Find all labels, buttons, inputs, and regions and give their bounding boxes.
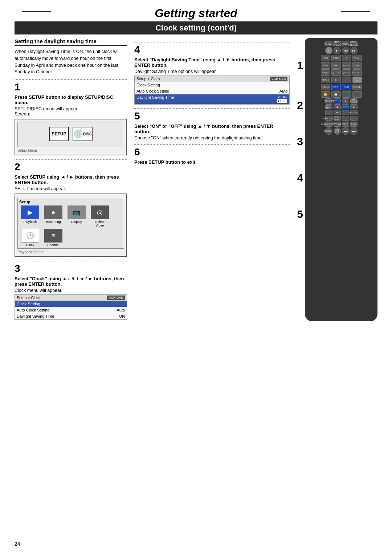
left-btn: ◀ <box>334 104 341 109</box>
remote-control: POWER REC SPEED AUDIO OPEN CLOSE ● ▶ ◀◀ … <box>305 38 377 321</box>
side-step-5: 5 <box>297 209 303 220</box>
setup-menu-inner: Setup ▶ Playback ● Recording 📺 Display <box>17 198 124 249</box>
top-menu-btn: TOP MENU <box>334 116 341 121</box>
clock-menu-table-4: Setup > Clock VCR DVD Clock Setting Auto… <box>134 76 290 105</box>
step-3-instr-bold: Select "Clock" using ▲ / ▼ / ◄ / ► butto… <box>15 276 127 287</box>
setup-btn: SETUP <box>334 98 341 103</box>
dvd-btn: DVD <box>342 84 351 90</box>
content-area: Setting the daylight saving time When Da… <box>0 34 392 325</box>
select-video-icon: ◎ <box>91 205 109 219</box>
divider-5 <box>134 108 290 109</box>
menu-header-3: Setup > Clock VCR DVD <box>15 295 127 301</box>
step-6-instr-bold: Press SETUP button to exit. <box>134 159 290 165</box>
skip-back-btn: SKIP <box>342 122 349 127</box>
numpad-row-3: 7PQRS 8TUV 9WXYZ VIDEO/TV <box>308 69 375 76</box>
return-btn: RETURN <box>350 110 358 115</box>
display-row: DISPLAY VCR DVD PAUSE <box>308 84 375 90</box>
btn-4: 4GHI <box>321 62 330 69</box>
right-btn: ▶ <box>350 104 358 109</box>
btn-1: 1ABC <box>321 55 330 61</box>
clear-reset-btn: CLEAR/RESET <box>325 122 332 127</box>
step-1-instr-bold: Press SETUP button to display SETUP/DISC… <box>15 94 127 105</box>
btn-0: 0 <box>331 77 341 83</box>
setup-item: SETUP <box>49 127 69 142</box>
btn-6: 6MNO <box>342 62 351 69</box>
fwd-btn: ▶▶ <box>350 47 358 54</box>
btn-7: 7PQRS <box>321 69 330 76</box>
space-btn: SPACE <box>321 77 330 83</box>
right-area: 1 2 3 4 5 POWER REC SPEED AUDIO OPEN CLO… <box>297 38 377 321</box>
rec-dot-btn: ● <box>352 77 362 83</box>
rrew-btn: ⏪ <box>321 91 330 98</box>
empty-btn-1 <box>342 77 351 83</box>
empty-4 <box>325 110 332 115</box>
rew2-btn: ◀◀ <box>342 127 349 135</box>
ch-up-btn: CH▲ <box>352 55 362 61</box>
divider-6 <box>134 144 290 145</box>
empty-7 <box>350 116 358 121</box>
on-off-values: ✓ ON OFF <box>277 95 287 103</box>
main-title: Getting started <box>155 7 237 20</box>
divider-1 <box>15 79 127 80</box>
numpad-row-2: 4GHI 5JKL 6MNO CH▼ <box>308 62 375 69</box>
side-step-2: 2 <box>297 100 303 111</box>
screen-1-label: Setup Menu <box>17 148 124 152</box>
step-5-instr-bold: Select "ON" or "OFF" using ▲ / ▼ buttons… <box>134 123 290 134</box>
setup-box: SETUP <box>49 127 69 141</box>
search-row: SEARCH CM SKIP ◀◀ ▶▶ <box>308 127 375 135</box>
page-number: 24 <box>15 541 20 547</box>
rec-otr-btn: REC/OTR <box>325 98 332 103</box>
empty-6 <box>342 116 349 121</box>
play-btn: ▶ <box>334 47 341 54</box>
rew-btn: ◀◀ <box>342 47 349 54</box>
down-btn: ▼ <box>334 110 341 115</box>
enter-btn: ENTER <box>342 104 349 109</box>
disc-icon: 💿 <box>73 129 83 139</box>
val-on: ✓ ON <box>277 95 287 99</box>
dpad-bot-row: ▼ RETURN <box>308 110 375 115</box>
menu-item-display: 📺 Display <box>66 205 87 227</box>
channel-icon: ≡ <box>44 229 62 243</box>
remote-row-2: ● ▶ ◀◀ ▶▶ <box>308 47 375 54</box>
remote-row-top: POWER REC SPEED AUDIO OPEN CLOSE <box>308 41 375 46</box>
ch-dn-btn: CH▼ <box>352 62 362 69</box>
video-tv-btn: VIDEO/TV <box>352 69 362 76</box>
numpad-row-1: 1ABC 2DEF 3 CH▲ <box>308 55 375 61</box>
btn-9: 9WXYZ <box>342 69 351 76</box>
display-btn: DISPLAY <box>321 84 330 90</box>
timer-prog-btn: TIMER PROG <box>350 98 358 103</box>
side-step-3: 3 <box>297 136 303 147</box>
menu-item-select-video: ◎ SelectVideo <box>89 205 111 227</box>
setup-disc-inner: SETUP 💿 DISC <box>17 122 124 147</box>
menu-item-clock: 🕐 Clock <box>19 229 41 247</box>
subtitle-text: Clock setting (cont'd) <box>155 23 237 32</box>
step-2-instr-normal: SETUP menu will appear. <box>15 186 127 191</box>
ffwd-btn: ⏩ <box>331 91 341 98</box>
menu-row-auto-4: Auto Clock Setting Auto <box>135 88 289 94</box>
divider-2 <box>15 159 127 160</box>
step-4-instr-normal: Daylight Saving Time options will appear… <box>134 69 290 74</box>
menu-row-daylight-3: Daylight Saving Time ON <box>15 313 127 319</box>
btn-2: 2DEF <box>331 55 341 61</box>
rec-mon-btn: REC MON <box>325 104 332 109</box>
menu-row-auto-3: Auto Clock Setting Auto <box>15 307 127 313</box>
pause-btn: PAUSE <box>352 84 362 90</box>
divider-4 <box>134 42 290 42</box>
section-intro: When Daylight Saving Time is ON, the uni… <box>15 48 127 76</box>
step-numbers-col: 1 2 3 4 5 <box>297 38 305 321</box>
numpad-row-4: SPACE 0 ● <box>308 77 375 83</box>
step-6-number: 6 <box>134 146 290 158</box>
dpad-top-row: REC/OTR SETUP ▲ TIMER PROG <box>308 98 375 103</box>
empty-2 <box>342 91 351 98</box>
btn-5: 5JKL <box>331 62 341 69</box>
cm-skip-btn: CM SKIP <box>334 127 341 135</box>
menu-header-4: Setup > Clock VCR DVD <box>135 76 289 82</box>
empty-3 <box>352 91 362 98</box>
side-step-1: 1 <box>297 60 303 71</box>
clock-menu-table-3: Setup > Clock VCR DVD Clock Setting Auto… <box>15 294 127 320</box>
section-title: Setting the daylight saving time <box>15 38 127 46</box>
btn-3: 3 <box>342 55 351 61</box>
audio-btn: AUDIO <box>342 41 349 46</box>
subtitle-bar: Clock setting (cont'd) <box>15 21 377 34</box>
step-1-number: 1 <box>15 81 127 93</box>
